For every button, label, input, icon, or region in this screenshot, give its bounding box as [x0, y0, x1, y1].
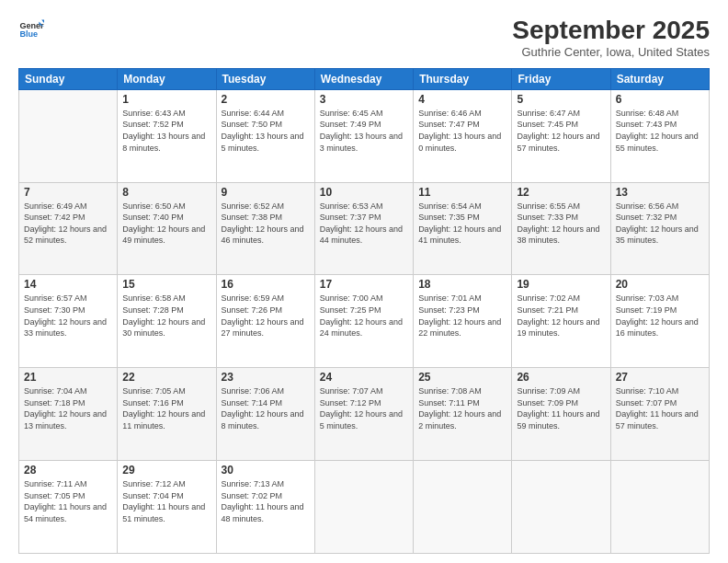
day-number: 14 — [24, 278, 112, 291]
day-number: 18 — [418, 278, 506, 291]
day-info: Sunrise: 6:58 AMSunset: 7:28 PMDaylight:… — [122, 293, 210, 339]
day-header-saturday: Saturday — [610, 68, 709, 89]
calendar-cell: 1Sunrise: 6:43 AMSunset: 7:52 PMDaylight… — [118, 89, 216, 182]
logo: General Blue — [18, 17, 44, 42]
calendar-cell: 18Sunrise: 7:01 AMSunset: 7:23 PMDayligh… — [414, 275, 512, 368]
day-number: 26 — [517, 371, 605, 384]
calendar-cell: 6Sunrise: 6:48 AMSunset: 7:43 PMDaylight… — [610, 89, 709, 182]
calendar-cell: 7Sunrise: 6:49 AMSunset: 7:42 PMDaylight… — [19, 182, 118, 275]
calendar-cell — [19, 89, 118, 182]
calendar-cell: 15Sunrise: 6:58 AMSunset: 7:28 PMDayligh… — [118, 275, 216, 368]
day-info: Sunrise: 7:11 AMSunset: 7:05 PMDaylight:… — [24, 478, 112, 524]
day-number: 20 — [616, 278, 704, 291]
calendar-cell: 21Sunrise: 7:04 AMSunset: 7:18 PMDayligh… — [19, 368, 118, 461]
calendar-cell: 4Sunrise: 6:46 AMSunset: 7:47 PMDaylight… — [414, 89, 512, 182]
calendar-week-row: 7Sunrise: 6:49 AMSunset: 7:42 PMDaylight… — [19, 182, 710, 275]
day-info: Sunrise: 7:09 AMSunset: 7:09 PMDaylight:… — [517, 385, 605, 431]
day-number: 8 — [122, 186, 210, 199]
calendar-week-row: 28Sunrise: 7:11 AMSunset: 7:05 PMDayligh… — [19, 461, 710, 554]
day-number: 10 — [320, 186, 408, 199]
day-number: 6 — [616, 93, 704, 106]
day-header-friday: Friday — [512, 68, 610, 89]
day-info: Sunrise: 6:50 AMSunset: 7:40 PMDaylight:… — [122, 201, 210, 247]
day-number: 28 — [24, 464, 112, 477]
calendar-cell: 2Sunrise: 6:44 AMSunset: 7:50 PMDaylight… — [216, 89, 314, 182]
day-info: Sunrise: 7:01 AMSunset: 7:23 PMDaylight:… — [418, 293, 506, 339]
day-info: Sunrise: 6:45 AMSunset: 7:49 PMDaylight:… — [320, 108, 408, 154]
day-number: 19 — [517, 278, 605, 291]
page: General Blue September 2025 Guthrie Cent… — [0, 0, 728, 563]
calendar-cell: 17Sunrise: 7:00 AMSunset: 7:25 PMDayligh… — [314, 275, 413, 368]
calendar-cell — [414, 461, 512, 554]
day-header-wednesday: Wednesday — [314, 68, 413, 89]
day-info: Sunrise: 6:52 AMSunset: 7:38 PMDaylight:… — [222, 201, 310, 247]
day-number: 15 — [122, 278, 210, 291]
day-info: Sunrise: 6:43 AMSunset: 7:52 PMDaylight:… — [122, 108, 210, 154]
calendar-cell: 19Sunrise: 7:02 AMSunset: 7:21 PMDayligh… — [512, 275, 610, 368]
day-info: Sunrise: 7:05 AMSunset: 7:16 PMDaylight:… — [122, 385, 210, 431]
day-number: 2 — [222, 93, 310, 106]
calendar-week-row: 21Sunrise: 7:04 AMSunset: 7:18 PMDayligh… — [19, 368, 710, 461]
calendar-cell — [314, 461, 413, 554]
day-number: 21 — [24, 371, 112, 384]
day-info: Sunrise: 7:00 AMSunset: 7:25 PMDaylight:… — [320, 293, 408, 339]
day-info: Sunrise: 7:06 AMSunset: 7:14 PMDaylight:… — [222, 385, 310, 431]
calendar-cell: 3Sunrise: 6:45 AMSunset: 7:49 PMDaylight… — [314, 89, 413, 182]
calendar-cell: 12Sunrise: 6:55 AMSunset: 7:33 PMDayligh… — [512, 182, 610, 275]
svg-text:General: General — [19, 21, 44, 30]
day-info: Sunrise: 6:47 AMSunset: 7:45 PMDaylight:… — [517, 108, 605, 154]
day-info: Sunrise: 6:57 AMSunset: 7:30 PMDaylight:… — [24, 293, 112, 339]
day-number: 24 — [320, 371, 408, 384]
day-info: Sunrise: 7:02 AMSunset: 7:21 PMDaylight:… — [517, 293, 605, 339]
location: Guthrie Center, Iowa, United States — [512, 45, 710, 59]
calendar-week-row: 1Sunrise: 6:43 AMSunset: 7:52 PMDaylight… — [19, 89, 710, 182]
day-header-sunday: Sunday — [19, 68, 118, 89]
day-number: 11 — [418, 186, 506, 199]
day-info: Sunrise: 6:44 AMSunset: 7:50 PMDaylight:… — [222, 108, 310, 154]
calendar-cell: 24Sunrise: 7:07 AMSunset: 7:12 PMDayligh… — [314, 368, 413, 461]
day-number: 22 — [122, 371, 210, 384]
day-number: 5 — [517, 93, 605, 106]
logo-icon: General Blue — [18, 17, 44, 42]
day-info: Sunrise: 6:55 AMSunset: 7:33 PMDaylight:… — [517, 201, 605, 247]
calendar-cell: 14Sunrise: 6:57 AMSunset: 7:30 PMDayligh… — [19, 275, 118, 368]
day-info: Sunrise: 6:59 AMSunset: 7:26 PMDaylight:… — [222, 293, 310, 339]
calendar-cell: 16Sunrise: 6:59 AMSunset: 7:26 PMDayligh… — [216, 275, 314, 368]
day-number: 13 — [616, 186, 704, 199]
day-number: 27 — [616, 371, 704, 384]
day-info: Sunrise: 6:54 AMSunset: 7:35 PMDaylight:… — [418, 201, 506, 247]
calendar-cell: 23Sunrise: 7:06 AMSunset: 7:14 PMDayligh… — [216, 368, 314, 461]
day-number: 29 — [122, 464, 210, 477]
day-number: 17 — [320, 278, 408, 291]
calendar-week-row: 14Sunrise: 6:57 AMSunset: 7:30 PMDayligh… — [19, 275, 710, 368]
calendar-cell — [610, 461, 709, 554]
day-info: Sunrise: 6:53 AMSunset: 7:37 PMDaylight:… — [320, 201, 408, 247]
day-info: Sunrise: 7:10 AMSunset: 7:07 PMDaylight:… — [616, 385, 704, 431]
svg-text:Blue: Blue — [19, 29, 38, 39]
day-info: Sunrise: 6:56 AMSunset: 7:32 PMDaylight:… — [616, 201, 704, 247]
day-number: 30 — [222, 464, 310, 477]
day-number: 4 — [418, 93, 506, 106]
day-header-monday: Monday — [118, 68, 216, 89]
day-number: 23 — [222, 371, 310, 384]
calendar: SundayMondayTuesdayWednesdayThursdayFrid… — [18, 68, 710, 554]
calendar-cell: 20Sunrise: 7:03 AMSunset: 7:19 PMDayligh… — [610, 275, 709, 368]
calendar-cell: 27Sunrise: 7:10 AMSunset: 7:07 PMDayligh… — [610, 368, 709, 461]
day-header-tuesday: Tuesday — [216, 68, 314, 89]
day-number: 7 — [24, 186, 112, 199]
day-header-thursday: Thursday — [414, 68, 512, 89]
calendar-cell: 28Sunrise: 7:11 AMSunset: 7:05 PMDayligh… — [19, 461, 118, 554]
day-info: Sunrise: 7:04 AMSunset: 7:18 PMDaylight:… — [24, 385, 112, 431]
day-info: Sunrise: 7:08 AMSunset: 7:11 PMDaylight:… — [418, 385, 506, 431]
calendar-cell: 8Sunrise: 6:50 AMSunset: 7:40 PMDaylight… — [118, 182, 216, 275]
day-info: Sunrise: 6:49 AMSunset: 7:42 PMDaylight:… — [24, 201, 112, 247]
calendar-cell — [512, 461, 610, 554]
calendar-cell: 25Sunrise: 7:08 AMSunset: 7:11 PMDayligh… — [414, 368, 512, 461]
header: General Blue September 2025 Guthrie Cent… — [18, 17, 710, 59]
day-number: 12 — [517, 186, 605, 199]
day-info: Sunrise: 6:46 AMSunset: 7:47 PMDaylight:… — [418, 108, 506, 154]
day-info: Sunrise: 6:48 AMSunset: 7:43 PMDaylight:… — [616, 108, 704, 154]
day-number: 3 — [320, 93, 408, 106]
day-info: Sunrise: 7:13 AMSunset: 7:02 PMDaylight:… — [222, 478, 310, 524]
day-number: 25 — [418, 371, 506, 384]
